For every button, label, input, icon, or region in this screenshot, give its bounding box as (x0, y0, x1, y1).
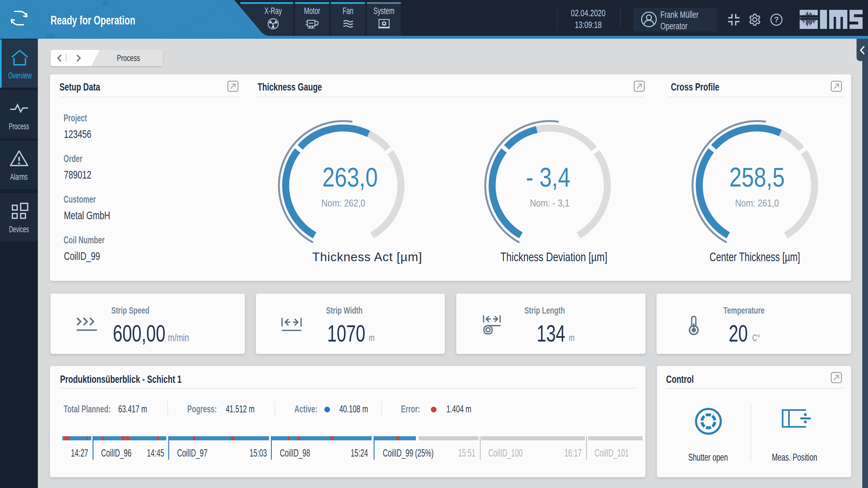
svg-text:?: ? (774, 15, 779, 24)
